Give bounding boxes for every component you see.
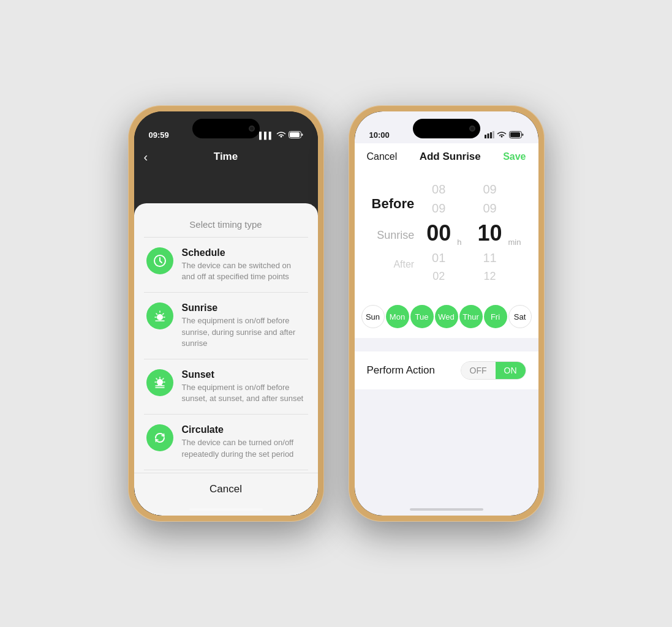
toggle-off[interactable]: OFF xyxy=(461,362,496,379)
hours-unit-label: h xyxy=(457,238,461,247)
time-display-1: 09:59 xyxy=(149,130,169,140)
phone2-topbar: Cancel Add Sunrise Save xyxy=(355,143,538,170)
picker-labels: Before Sunrise After xyxy=(372,196,415,270)
wifi-icon-2 xyxy=(497,131,507,140)
svg-rect-6 xyxy=(487,133,489,138)
timing-option-sunset[interactable]: Sunset The equipment is on/off before su… xyxy=(134,359,318,414)
save-button[interactable]: Save xyxy=(503,151,526,162)
home-indicator-1 xyxy=(189,508,263,511)
dynamic-island-2 xyxy=(413,119,480,138)
signal-icon-1: ▌▌▌ xyxy=(259,132,273,139)
schedule-icon xyxy=(146,247,173,274)
day-sun[interactable]: Sun xyxy=(361,305,385,328)
hours-above: 08 xyxy=(432,182,445,197)
sunrise-desc: The equipment is on/off before sunrise, … xyxy=(182,315,306,349)
sunrise-title: Sunrise xyxy=(182,302,306,314)
minutes-picker[interactable]: 09 09 10 11 12 xyxy=(477,182,502,283)
svg-rect-1 xyxy=(290,132,300,137)
phone2-screen: 10:00 xyxy=(355,111,538,516)
sunset-title: Sunset xyxy=(182,369,306,380)
timing-option-schedule[interactable]: Schedule The device can be switched on a… xyxy=(134,238,318,292)
timing-option-sunrise[interactable]: Sunrise The equipment is on/off before s… xyxy=(134,293,318,359)
label-before: Before xyxy=(372,196,415,212)
home-indicator-2 xyxy=(410,508,483,511)
camera-dot-2 xyxy=(469,126,475,132)
hours-before-selected: 09 xyxy=(432,201,445,216)
sunrise-text: Sunrise The equipment is on/off before s… xyxy=(182,302,306,349)
toggle-on[interactable]: ON xyxy=(496,362,526,379)
circulate-desc: The device can be turned on/off repeated… xyxy=(182,437,306,459)
hours-after-selected: 01 xyxy=(432,251,445,265)
perform-action-label: Perform Action xyxy=(367,364,436,377)
svg-rect-8 xyxy=(493,131,494,138)
schedule-title: Schedule xyxy=(182,247,306,258)
circulate-title: Circulate xyxy=(182,424,306,435)
back-button[interactable]: ‹ xyxy=(144,150,148,164)
time-display-2: 10:00 xyxy=(369,130,390,140)
label-after: After xyxy=(393,259,414,270)
circulate-icon xyxy=(146,424,173,451)
mins-before-selected: 09 xyxy=(483,201,496,216)
day-thur[interactable]: Thur xyxy=(459,305,483,328)
page-title-2: Add Sunrise xyxy=(420,151,481,163)
hours-picker[interactable]: 08 09 00 01 02 xyxy=(426,182,451,283)
phone-1: 09:59 ▌▌▌ xyxy=(128,105,324,522)
mins-after-selected: 11 xyxy=(483,251,496,265)
sunset-icon xyxy=(146,369,173,396)
perform-action-toggle[interactable]: OFF ON xyxy=(461,361,526,380)
camera-dot-1 xyxy=(249,126,255,132)
day-fri[interactable]: Fri xyxy=(484,305,507,328)
days-row: Sun Mon Tue Wed Thur Fri Sat xyxy=(355,295,538,338)
day-sat[interactable]: Sat xyxy=(508,305,532,328)
cancel-button-2[interactable]: Cancel xyxy=(367,151,398,162)
sunset-text: Sunset The equipment is on/off before su… xyxy=(182,369,306,404)
divider-4 xyxy=(144,470,308,470)
hours-below: 02 xyxy=(432,270,445,283)
svg-rect-5 xyxy=(485,135,486,138)
page-title-1: Time xyxy=(214,151,238,163)
circulate-text: Circulate The device can be turned on/of… xyxy=(182,424,306,459)
svg-rect-10 xyxy=(510,132,520,137)
day-tue[interactable]: Tue xyxy=(410,305,434,328)
battery-icon-1 xyxy=(289,131,303,140)
svg-rect-7 xyxy=(490,132,492,138)
status-icons-1: ▌▌▌ xyxy=(259,131,303,140)
schedule-desc: The device can be switched on and off at… xyxy=(182,260,306,282)
dynamic-island-1 xyxy=(192,119,260,138)
label-sunrise: Sunrise xyxy=(377,229,414,242)
mins-selected: 10 xyxy=(477,220,502,246)
sunset-desc: The equipment is on/off before sunset, a… xyxy=(182,382,306,404)
phone1-screen: 09:59 ▌▌▌ xyxy=(134,111,318,516)
svg-point-3 xyxy=(157,314,163,320)
hours-selected: 00 xyxy=(426,220,451,246)
cancel-button-sheet[interactable]: Cancel xyxy=(134,473,318,505)
perform-action-row: Perform Action OFF ON xyxy=(355,351,538,389)
hours-unit-wrapper: h xyxy=(457,219,461,247)
picker-area: Before Sunrise After 08 09 00 01 02 xyxy=(355,170,538,295)
battery-icon-2 xyxy=(509,131,524,140)
day-mon[interactable]: Mon xyxy=(386,305,409,328)
signal-icon-2 xyxy=(485,131,494,140)
mins-unit-wrapper: min xyxy=(508,219,521,247)
mins-below: 12 xyxy=(483,270,496,283)
wifi-icon-1 xyxy=(276,131,286,140)
sunrise-icon xyxy=(146,302,173,329)
day-wed[interactable]: Wed xyxy=(435,305,458,328)
mins-unit-label: min xyxy=(508,238,521,247)
sheet-handle xyxy=(134,203,318,217)
bottom-sheet: Select timing type Schedule The device c… xyxy=(134,203,318,516)
phone-2: 10:00 xyxy=(349,105,545,522)
sheet-title: Select timing type xyxy=(134,217,318,237)
timing-option-circulate[interactable]: Circulate The device can be turned on/of… xyxy=(134,415,318,469)
schedule-text: Schedule The device can be switched on a… xyxy=(182,247,306,282)
mins-above: 09 xyxy=(483,182,496,197)
phone1-topbar: ‹ Time xyxy=(134,143,318,170)
status-icons-2 xyxy=(485,131,524,140)
